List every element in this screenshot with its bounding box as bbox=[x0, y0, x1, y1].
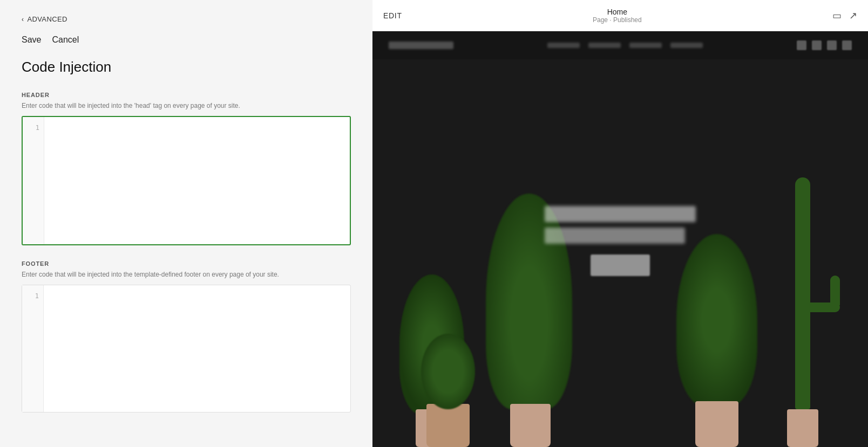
right-panel: EDIT Home Page · Published ▭ ↗ bbox=[372, 0, 868, 447]
plant-mid-pot bbox=[695, 401, 738, 447]
header-code-textarea[interactable] bbox=[44, 117, 350, 244]
hero-headline bbox=[545, 206, 696, 222]
page-title: Code Injection bbox=[22, 59, 351, 75]
page-status: Page · Published bbox=[593, 16, 642, 24]
header-line-numbers: 1 bbox=[23, 117, 44, 244]
small-pot-plant bbox=[421, 334, 475, 409]
preview-header-controls: ▭ ↗ bbox=[832, 10, 857, 22]
tablet-view-icon[interactable]: ▭ bbox=[832, 10, 842, 22]
small-pot bbox=[426, 404, 470, 447]
website-preview-content bbox=[372, 31, 868, 447]
site-nav-links bbox=[547, 43, 703, 48]
header-section-description: Enter code that will be injected into th… bbox=[22, 101, 351, 111]
site-nav-icons bbox=[797, 40, 852, 50]
footer-line-1: 1 bbox=[35, 291, 39, 301]
edit-label: EDIT bbox=[383, 11, 402, 20]
cancel-button[interactable]: Cancel bbox=[52, 35, 79, 45]
site-nav-icon-4 bbox=[842, 40, 852, 50]
hero-text bbox=[545, 206, 696, 276]
cactus-pot bbox=[787, 409, 818, 447]
site-nav-icon-1 bbox=[797, 40, 806, 50]
action-buttons: Save Cancel bbox=[22, 35, 351, 45]
footer-code-textarea[interactable] bbox=[44, 285, 350, 412]
hero-subheadline bbox=[545, 228, 685, 244]
site-nav-link-4 bbox=[670, 43, 703, 48]
header-line-1: 1 bbox=[36, 122, 39, 133]
back-link[interactable]: ‹ ADVANCED bbox=[22, 15, 351, 23]
website-preview bbox=[372, 31, 868, 447]
footer-section-label: FOOTER bbox=[22, 260, 351, 267]
back-link-label: ADVANCED bbox=[27, 15, 67, 23]
left-panel: ‹ ADVANCED Save Cancel Code Injection HE… bbox=[0, 0, 372, 447]
footer-line-numbers: 1 bbox=[22, 285, 44, 412]
footer-section-description: Enter code that will be injected into th… bbox=[22, 270, 351, 279]
site-nav-link-3 bbox=[629, 43, 662, 48]
hero-cta-button bbox=[591, 255, 650, 276]
external-link-icon[interactable]: ↗ bbox=[849, 10, 857, 22]
site-nav-icon-3 bbox=[827, 40, 837, 50]
cactus-body bbox=[795, 177, 810, 409]
cactus-arm-right bbox=[810, 302, 840, 312]
save-button[interactable]: Save bbox=[22, 35, 41, 45]
site-nav-icon-2 bbox=[812, 40, 822, 50]
plant-pot-center bbox=[510, 404, 551, 447]
page-name: Home bbox=[593, 8, 642, 16]
header-section-label: HEADER bbox=[22, 92, 351, 98]
site-nav-link-1 bbox=[547, 43, 580, 48]
footer-code-editor: 1 bbox=[22, 285, 351, 412]
cactus-right bbox=[771, 177, 836, 447]
header-code-editor: 1 bbox=[22, 116, 351, 245]
site-nav-link-2 bbox=[588, 43, 621, 48]
chevron-left-icon: ‹ bbox=[22, 16, 24, 23]
site-nav-logo bbox=[389, 42, 453, 49]
page-info: Home Page · Published bbox=[593, 8, 642, 24]
preview-header: EDIT Home Page · Published ▭ ↗ bbox=[372, 0, 868, 31]
site-nav bbox=[372, 31, 868, 59]
